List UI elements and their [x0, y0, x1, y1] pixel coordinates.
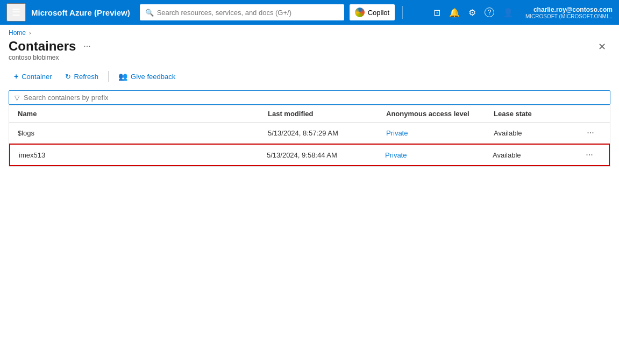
container-search-bar: ▽: [9, 90, 610, 105]
toolbar-separator: [108, 71, 109, 82]
copilot-button[interactable]: Copilot: [350, 4, 395, 20]
help-button[interactable]: ?: [481, 4, 497, 20]
page-header: Containers ··· contoso blobimex ✕: [9, 39, 610, 68]
row-last-modified: 5/13/2024, 8:57:29 AM: [268, 129, 386, 137]
row-access-level[interactable]: Private: [386, 129, 494, 137]
copilot-icon: [355, 8, 365, 17]
breadcrumb: Home ›: [0, 25, 619, 39]
table-header: Name Last modified Anonymous access leve…: [9, 105, 610, 123]
feedback-label: Give feedback: [131, 73, 175, 81]
app-title: Microsoft Azure (Preview): [31, 8, 130, 17]
feedback-icon: 👥: [118, 72, 127, 81]
page-title-row: Containers ···: [9, 39, 94, 54]
breadcrumb-separator: ›: [29, 30, 31, 36]
global-search-input[interactable]: [157, 9, 339, 17]
col-name: Name: [18, 110, 268, 118]
add-container-button[interactable]: + Container: [9, 69, 58, 84]
user-icon: 👤: [503, 8, 514, 18]
col-lease-state: Lease state: [494, 110, 580, 118]
hamburger-menu-button[interactable]: ☰: [6, 3, 26, 22]
settings-button[interactable]: ⚙: [465, 4, 479, 21]
row-actions-button[interactable]: ···: [579, 149, 600, 161]
table-row[interactable]: $logs 5/13/2024, 8:57:29 AM Private Avai…: [9, 123, 610, 144]
add-container-label: Container: [22, 73, 52, 81]
row-lease-state: Available: [493, 151, 579, 159]
row-access-level[interactable]: Private: [385, 151, 493, 159]
row-last-modified: 5/13/2024, 9:58:44 AM: [267, 151, 385, 159]
give-feedback-button[interactable]: 👥 Give feedback: [113, 69, 181, 84]
refresh-label: Refresh: [74, 73, 99, 81]
row-lease-state: Available: [494, 129, 580, 137]
row-name: imex513: [19, 151, 267, 159]
page-subtitle: contoso blobimex: [9, 54, 94, 61]
global-search-bar: 🔍: [140, 4, 344, 20]
page-menu-button[interactable]: ···: [80, 40, 94, 52]
refresh-icon: ↻: [65, 73, 71, 81]
help-icon: ?: [485, 8, 494, 17]
nav-icon-group: ⊡ 🔔 ⚙ ? 👤: [430, 4, 517, 21]
filter-icon: ▽: [15, 94, 19, 102]
user-tenant: MICROSOFT (MICROSOFT.ONMI...: [525, 13, 613, 19]
main-content: Containers ··· contoso blobimex ✕ + Cont…: [0, 39, 619, 175]
col-access-level: Anonymous access level: [386, 110, 494, 118]
notifications-button[interactable]: 🔔: [446, 4, 463, 21]
top-navigation: ☰ Microsoft Azure (Preview) 🔍 Copilot ⊡ …: [0, 0, 619, 25]
portal-icon: ⊡: [433, 8, 440, 18]
col-last-modified: Last modified: [268, 110, 386, 118]
refresh-button[interactable]: ↻ Refresh: [60, 69, 104, 84]
row-name: $logs: [18, 129, 268, 137]
gear-icon: ⚙: [468, 8, 476, 18]
bell-icon: 🔔: [449, 8, 460, 18]
table-row[interactable]: imex513 5/13/2024, 9:58:44 AM Private Av…: [9, 144, 610, 166]
user-account[interactable]: charlie.roy@contoso.com MICROSOFT (MICRO…: [525, 6, 613, 19]
row-actions-button[interactable]: ···: [580, 127, 601, 139]
col-actions: [580, 110, 601, 118]
copilot-label: Copilot: [368, 9, 389, 17]
breadcrumb-home-link[interactable]: Home: [9, 29, 26, 37]
container-search-input[interactable]: [24, 94, 604, 102]
search-icon: 🔍: [145, 9, 154, 17]
containers-table: Name Last modified Anonymous access leve…: [9, 105, 610, 167]
close-button[interactable]: ✕: [594, 39, 610, 55]
plus-icon: +: [14, 72, 18, 81]
user-feedback-button[interactable]: 👤: [500, 4, 517, 21]
portal-icon-button[interactable]: ⊡: [430, 4, 444, 21]
page-title: Containers: [9, 39, 76, 54]
toolbar: + Container ↻ Refresh 👥 Give feedback: [9, 69, 610, 84]
nav-divider: [402, 6, 403, 19]
user-email: charlie.roy@contoso.com: [533, 6, 613, 13]
